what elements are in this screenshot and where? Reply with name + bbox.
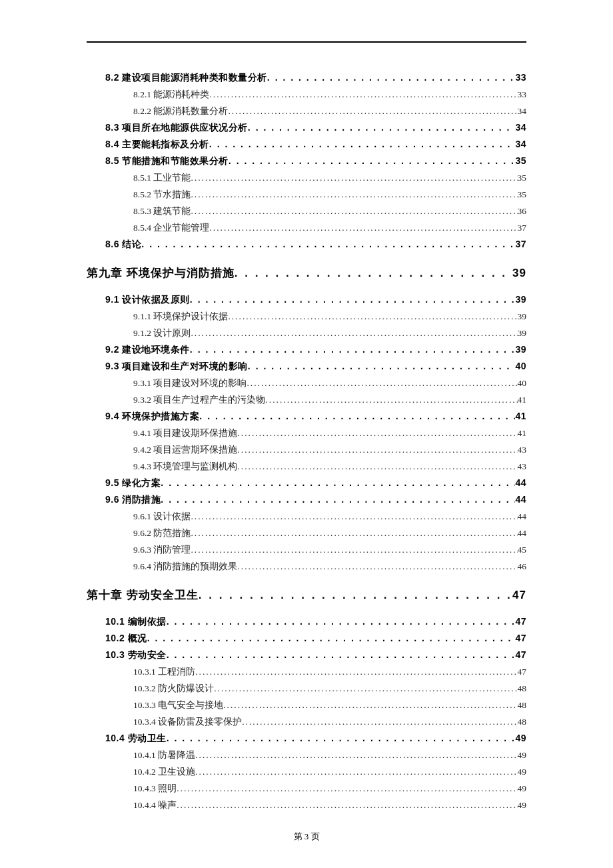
toc-leader-dots <box>228 308 517 325</box>
toc-entry-text: 10.4.3 照明 <box>133 780 177 797</box>
toc-leader-dots <box>237 425 517 441</box>
toc-entry-text: 8.5.1 工业节能 <box>133 169 191 186</box>
toc-entry-page: 35 <box>515 153 526 169</box>
toc-entry-text: 8.2.2 能源消耗数量分析 <box>133 103 228 119</box>
toc-leader-dots <box>195 747 517 763</box>
toc-entry-text: 8.2 建设项目能源消耗种类和数量分析 <box>105 69 267 86</box>
toc-entry-text: 8.5.2 节水措施 <box>133 186 191 203</box>
toc-entry-text: 9.3.1 项目建设对环境的影响 <box>133 375 247 391</box>
toc-entry: 9.1.1 环境保护设计依据39 <box>133 308 526 325</box>
toc-leader-dots <box>237 441 517 458</box>
toc-entry-page: 39 <box>515 291 526 308</box>
toc-entry-page: 49 <box>518 747 527 763</box>
toc-entry: 10.4.3 照明49 <box>133 780 526 797</box>
toc-entry-page: 39 <box>518 325 527 341</box>
toc-entry-page: 41 <box>518 391 527 408</box>
toc-entry-page: 44 <box>515 491 526 508</box>
toc-entry-page: 34 <box>518 103 527 119</box>
toc-entry-text: 9.6 消防措施 <box>105 491 161 508</box>
toc-entry: 10.3.2 防火防爆设计48 <box>133 680 526 697</box>
toc-entry: 8.5.1 工业节能35 <box>133 169 526 186</box>
toc-entry: 9.3.2 项目生产过程产生的污染物41 <box>133 391 526 408</box>
toc-entry: 9.6.1 设计依据44 <box>133 508 526 525</box>
toc-entry-text: 9.4.3 环境管理与监测机构 <box>133 458 237 475</box>
toc-leader-dots <box>191 203 517 219</box>
toc-entry-text: 9.5 绿化方案 <box>105 475 161 491</box>
toc-entry-text: 9.2 建设地环境条件 <box>105 341 190 358</box>
toc-leader-dots <box>190 291 516 308</box>
toc-leader-dots <box>161 491 515 508</box>
toc-entry: 9.4.3 环境管理与监测机构43 <box>133 458 526 475</box>
toc-leader-dots <box>167 730 516 747</box>
toc-entry: 9.5 绿化方案44 <box>105 475 526 491</box>
toc-entry-page: 35 <box>518 186 527 203</box>
toc-entry-text: 10.4.2 卫生设施 <box>133 763 195 780</box>
toc-entry-page: 47 <box>515 630 526 647</box>
toc-entry: 8.2 建设项目能源消耗种类和数量分析33 <box>105 69 526 86</box>
toc-leader-dots <box>167 613 516 630</box>
toc-entry-page: 33 <box>515 69 526 86</box>
toc-entry-text: 10.4.1 防暑降温 <box>133 747 195 763</box>
toc-entry: 8.2.2 能源消耗数量分析34 <box>133 103 526 119</box>
toc-entry-page: 40 <box>515 358 526 375</box>
toc-entry-page: 41 <box>518 425 527 441</box>
toc-entry: 9.6.4 消防措施的预期效果46 <box>133 558 526 575</box>
toc-leader-dots <box>195 763 517 780</box>
toc-entry: 8.6 结论37 <box>105 236 526 253</box>
toc-entry: 8.3 项目所在地能源供应状况分析34 <box>105 119 526 136</box>
toc-entry-page: 44 <box>518 508 527 525</box>
toc-leader-dots <box>235 265 512 282</box>
toc-entry: 9.6.2 防范措施44 <box>133 525 526 541</box>
toc-entry-page: 48 <box>518 697 527 713</box>
toc-entry: 8.5 节能措施和节能效果分析35 <box>105 153 526 169</box>
toc-entry: 10.1 编制依据47 <box>105 613 526 630</box>
toc-entry-text: 10.3.2 防火防爆设计 <box>133 680 214 697</box>
toc-leader-dots <box>191 525 517 541</box>
toc-entry-text: 9.4 环境保护措施方案 <box>105 408 199 425</box>
toc-entry-page: 47 <box>515 647 526 663</box>
toc-entry: 9.4.1 项目建设期环保措施41 <box>133 425 526 441</box>
toc-entry-page: 39 <box>518 308 527 325</box>
toc-leader-dots <box>223 697 517 713</box>
toc-leader-dots <box>265 391 517 408</box>
toc-leader-dots <box>214 680 517 697</box>
toc-entry-page: 46 <box>518 558 527 575</box>
toc-leader-dots <box>191 508 517 525</box>
toc-leader-dots <box>229 153 516 169</box>
toc-entry: 9.4.2 项目运营期环保措施43 <box>133 441 526 458</box>
toc-entry-page: 35 <box>518 169 527 186</box>
toc-entry-text: 9.3 项目建设和生产对环境的影响 <box>105 358 248 375</box>
toc-entry-text: 8.2.1 能源消耗种类 <box>133 86 209 103</box>
toc-entry-text: 10.2 概况 <box>105 630 147 647</box>
toc-entry-text: 8.4 主要能耗指标及分析 <box>105 136 209 153</box>
toc-entry: 10.4.2 卫生设施49 <box>133 763 526 780</box>
toc-entry: 9.6.3 消防管理45 <box>133 541 526 558</box>
top-rule <box>87 41 526 43</box>
toc-entry-text: 9.1.1 环境保护设计依据 <box>133 308 228 325</box>
toc-entry: 9.3 项目建设和生产对环境的影响40 <box>105 358 526 375</box>
toc-leader-dots <box>247 375 517 391</box>
toc-entry-text: 9.4.1 项目建设期环保措施 <box>133 425 237 441</box>
toc-entry-page: 44 <box>515 475 526 491</box>
toc-entry-text: 8.5 节能措施和节能效果分析 <box>105 153 229 169</box>
toc-entry: 8.5.2 节水措施35 <box>133 186 526 203</box>
toc-leader-dots <box>267 69 516 86</box>
toc-leader-dots <box>191 541 517 558</box>
toc-entry-page: 40 <box>518 375 527 391</box>
toc-leader-dots <box>242 713 517 730</box>
toc-entry: 10.3.4 设备防雷及接零保护48 <box>133 713 526 730</box>
toc-entry-text: 9.6.4 消防措施的预期效果 <box>133 558 237 575</box>
toc-entry-text: 9.6.3 消防管理 <box>133 541 191 558</box>
toc-leader-dots <box>209 136 516 153</box>
toc-entry: 10.3.1 工程消防47 <box>133 663 526 680</box>
toc-entry-text: 9.3.2 项目生产过程产生的污染物 <box>133 391 265 408</box>
toc-entry-text: 9.6.1 设计依据 <box>133 508 191 525</box>
toc-entry: 9.2 建设地环境条件39 <box>105 341 526 358</box>
toc-entry: 9.1.2 设计原则39 <box>133 325 526 341</box>
toc-entry-page: 47 <box>515 613 526 630</box>
toc-entry-text: 第十章 劳动安全卫生 <box>87 587 199 604</box>
toc-leader-dots <box>209 219 517 236</box>
toc-entry-text: 8.5.4 企业节能管理 <box>133 219 209 236</box>
toc-entry-text: 8.3 项目所在地能源供应状况分析 <box>105 119 248 136</box>
toc-entry-page: 37 <box>518 219 527 236</box>
